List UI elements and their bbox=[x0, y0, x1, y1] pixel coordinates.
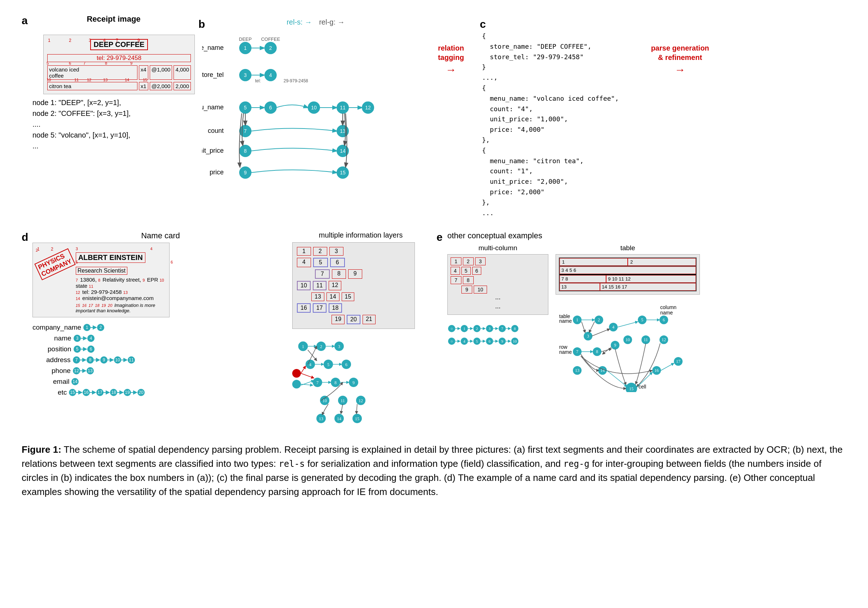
svg-text:column: column bbox=[660, 304, 676, 310]
panel-d-graph-nodes: company_name 1 2 name 3 bbox=[33, 323, 288, 397]
svg-text:name: name bbox=[660, 310, 673, 316]
svg-text:9: 9 bbox=[501, 339, 503, 344]
svg-text:8: 8 bbox=[514, 327, 516, 331]
svg-text:4: 4 bbox=[309, 362, 312, 367]
svg-text:9: 9 bbox=[244, 170, 247, 176]
top-row: a Receipt image 1 2 3 4 7 9 DEEP COFFEE bbox=[22, 14, 846, 220]
receipt-row-1: 5 6 7 8 9 volcano icedcoffee x4 @1,000 4… bbox=[47, 65, 191, 80]
svg-text:7: 7 bbox=[316, 380, 319, 385]
d-node-email: email 14 bbox=[33, 377, 288, 386]
svg-text:5: 5 bbox=[476, 339, 478, 344]
layers-title: multiple information layers bbox=[292, 231, 429, 239]
svg-text:name: name bbox=[559, 349, 572, 355]
d-node-etc: etc 15 16 17 18 19 20 bbox=[33, 388, 288, 397]
svg-text:3: 3 bbox=[488, 327, 491, 331]
svg-text:5: 5 bbox=[76, 347, 78, 351]
svg-text:3: 3 bbox=[244, 72, 247, 78]
svg-text:11: 11 bbox=[340, 105, 346, 110]
svg-text:unit_price: unit_price bbox=[202, 147, 224, 154]
svg-text:10: 10 bbox=[311, 105, 317, 110]
svg-text:8: 8 bbox=[335, 380, 336, 385]
panel-d-label: d bbox=[22, 231, 28, 243]
svg-text:10: 10 bbox=[115, 358, 120, 362]
figure: a Receipt image 1 2 3 4 7 9 DEEP COFFEE bbox=[22, 14, 846, 499]
panel-d: d Name card 1 2 2 PHYSICSCOMPANY bbox=[22, 231, 288, 399]
svg-text:6: 6 bbox=[269, 105, 272, 110]
svg-text:14: 14 bbox=[73, 379, 78, 384]
svg-text:7: 7 bbox=[501, 327, 503, 331]
svg-text:15: 15 bbox=[355, 416, 359, 421]
panel-e-label: e bbox=[437, 231, 443, 243]
svg-text:8: 8 bbox=[596, 349, 598, 354]
table-graph-container: table name column name row name cell 1 bbox=[556, 298, 700, 392]
svg-text:12: 12 bbox=[359, 398, 363, 403]
svg-text:16: 16 bbox=[84, 390, 89, 395]
panel-b-graph: store_name store_tel menu_name count uni… bbox=[202, 30, 411, 196]
svg-text:13: 13 bbox=[340, 128, 346, 134]
svg-text:6: 6 bbox=[488, 339, 491, 344]
svg-text:2: 2 bbox=[99, 325, 102, 330]
svg-text:2: 2 bbox=[598, 317, 600, 322]
d-node-phone: phone 12 13 bbox=[33, 367, 288, 375]
svg-text:15: 15 bbox=[629, 386, 634, 391]
svg-point-128 bbox=[292, 369, 301, 378]
svg-text:20: 20 bbox=[139, 390, 144, 395]
svg-text:2: 2 bbox=[269, 45, 272, 51]
svg-text:10: 10 bbox=[513, 339, 517, 344]
svg-text:5: 5 bbox=[327, 362, 329, 367]
svg-text:12: 12 bbox=[74, 368, 79, 373]
d-node-company: company_name 1 2 bbox=[33, 323, 288, 332]
svg-line-219 bbox=[592, 329, 610, 336]
svg-text:1: 1 bbox=[244, 45, 247, 51]
svg-text:17: 17 bbox=[98, 390, 103, 395]
svg-text:menu_name: menu_name bbox=[202, 104, 224, 111]
svg-text:count: count bbox=[208, 127, 224, 134]
svg-text:5: 5 bbox=[244, 105, 247, 110]
svg-text:1: 1 bbox=[302, 344, 304, 349]
relation-legend: rel-s: → rel-g: → bbox=[209, 18, 422, 26]
rel-s-label: rel-s: → bbox=[287, 18, 312, 26]
svg-text:10: 10 bbox=[626, 337, 630, 342]
svg-text:12: 12 bbox=[662, 337, 666, 342]
svg-text:2: 2 bbox=[320, 344, 322, 349]
svg-line-136 bbox=[301, 366, 305, 373]
panel-d-layers: multiple information layers 1 2 3 4 5 6 … bbox=[292, 231, 429, 428]
svg-text:tel:: tel: bbox=[255, 78, 261, 83]
svg-text:store_tel: store_tel bbox=[202, 71, 224, 79]
receipt-row-2: 10 11 12 13 14 15 citron tea x1 @2,000 2… bbox=[47, 82, 191, 90]
rel-g-label: rel-g: → bbox=[319, 18, 344, 26]
svg-text:7: 7 bbox=[75, 358, 78, 362]
multi-column-section: multi-column 1 2 3 4 5 6 bbox=[447, 244, 549, 392]
panel-b-label: b bbox=[198, 18, 205, 30]
relation-tagging-label: relationtagging bbox=[438, 44, 464, 62]
panel-b: b rel-s: → rel-g: → store_name store_tel… bbox=[198, 18, 422, 196]
svg-text:29-979-2458: 29-979-2458 bbox=[284, 78, 308, 83]
svg-line-224 bbox=[603, 347, 612, 354]
panel-a-title: Receipt image bbox=[33, 14, 195, 24]
layers-graph: 1 2 3 4 5 6 7 8 9 10 11 12 13 14 15 bbox=[292, 332, 415, 426]
d-node-address: address 7 8 9 10 11 bbox=[33, 356, 288, 364]
svg-text:19: 19 bbox=[125, 390, 130, 395]
svg-text:4: 4 bbox=[269, 72, 272, 78]
parse-generation-arrow: parse generation& refinement → bbox=[649, 14, 711, 76]
panel-c-label: c bbox=[480, 18, 486, 30]
panel-d-title: Name card bbox=[33, 231, 288, 241]
svg-text:store_name: store_name bbox=[202, 44, 224, 51]
svg-text:4: 4 bbox=[463, 339, 465, 344]
receipt-box: 1 2 3 4 7 9 DEEP COFFEE tel: 29-979-2458 bbox=[43, 35, 195, 94]
svg-text:13: 13 bbox=[319, 416, 323, 421]
panel-c-code: { store_name: "DEEP COFFEE", store_tel: … bbox=[480, 29, 646, 220]
svg-text:4: 4 bbox=[90, 336, 92, 341]
svg-text:15: 15 bbox=[340, 170, 346, 176]
svg-text:3: 3 bbox=[587, 334, 589, 339]
bottom-row: d Name card 1 2 2 PHYSICSCOMPANY bbox=[22, 231, 846, 428]
table-graph: table name column name row name cell 1 bbox=[556, 298, 693, 392]
svg-text:9: 9 bbox=[614, 343, 616, 348]
svg-text:11: 11 bbox=[643, 337, 648, 342]
svg-text:11: 11 bbox=[341, 398, 345, 403]
svg-text:DEEP: DEEP bbox=[239, 36, 251, 42]
svg-text:9: 9 bbox=[352, 380, 355, 385]
panel-c: c { store_name: "DEEP COFFEE", store_tel… bbox=[480, 18, 646, 220]
svg-text:9: 9 bbox=[102, 358, 105, 362]
svg-text:8: 8 bbox=[244, 148, 247, 154]
